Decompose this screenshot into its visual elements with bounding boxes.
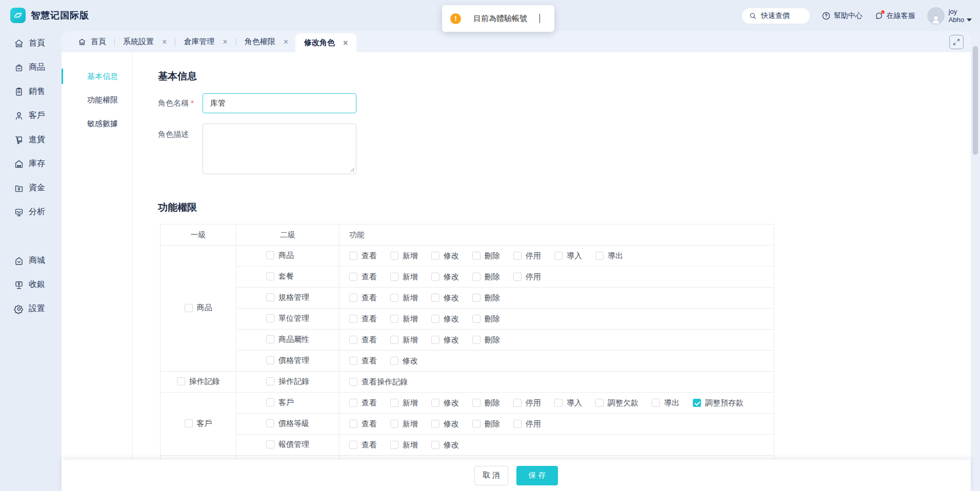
function-checkbox[interactable]: 查看操作記錄: [349, 377, 408, 387]
tab-warehouse[interactable]: 倉庫管理×: [176, 31, 234, 52]
sidebar-item-sales[interactable]: 銷售: [0, 79, 62, 104]
function-checkbox[interactable]: 調整欠款: [595, 398, 638, 408]
function-checkbox[interactable]: 新增: [390, 440, 418, 450]
function-checkbox[interactable]: 查看: [349, 314, 377, 324]
level2-checkbox[interactable]: 商品: [266, 251, 294, 260]
role-desc-textarea[interactable]: [203, 124, 356, 174]
scrollbar[interactable]: [971, 31, 980, 491]
level2-checkbox[interactable]: 套餐: [266, 272, 294, 281]
checkbox-label: 停用: [526, 251, 541, 261]
level1-checkbox[interactable]: 客戶: [185, 419, 212, 428]
function-checkbox[interactable]: 查看: [349, 419, 377, 429]
function-checkbox[interactable]: 停用: [513, 419, 541, 429]
side-nav-function-permissions[interactable]: 功能權限: [62, 88, 132, 112]
function-checkbox[interactable]: 新增: [390, 419, 418, 429]
tab-close-icon[interactable]: ×: [223, 38, 227, 46]
function-checkbox[interactable]: 刪除: [472, 314, 500, 324]
sidebar-item-goods[interactable]: 商品: [0, 55, 62, 79]
function-checkbox[interactable]: 查看: [349, 356, 377, 366]
function-checkbox[interactable]: 修改: [390, 356, 418, 366]
level2-checkbox[interactable]: 操作記錄: [266, 377, 309, 386]
function-checkbox[interactable]: 查看: [349, 398, 377, 408]
tab-label: 修改角色: [304, 38, 335, 48]
function-checkbox[interactable]: 新增: [390, 272, 418, 282]
function-checkbox[interactable]: 修改: [431, 335, 459, 345]
function-checkbox[interactable]: 修改: [431, 272, 459, 282]
function-checkbox[interactable]: 導入: [554, 398, 582, 408]
sidebar-item-inventory[interactable]: 庫存: [0, 152, 62, 176]
function-checkbox[interactable]: 新增: [390, 335, 418, 345]
edit-role-page: 基本信息 功能權限 敏感數據 基本信息 角色名稱* 角色描述: [62, 52, 971, 491]
function-checkbox[interactable]: 新增: [390, 293, 418, 303]
function-checkbox[interactable]: 刪除: [472, 293, 500, 303]
sidebar-item-purchase[interactable]: 進貨: [0, 128, 62, 152]
function-checkbox[interactable]: 停用: [513, 272, 541, 282]
level2-checkbox[interactable]: 單位管理: [266, 314, 309, 323]
function-checkbox[interactable]: 導入: [554, 251, 582, 261]
function-checkbox[interactable]: 導出: [652, 398, 679, 408]
tab-close-icon[interactable]: ×: [343, 39, 348, 47]
function-checkbox[interactable]: 修改: [431, 293, 459, 303]
function-checkbox[interactable]: 刪除: [472, 335, 500, 345]
level1-checkbox[interactable]: 操作記錄: [177, 377, 220, 386]
function-checkbox[interactable]: 刪除: [472, 398, 500, 408]
function-checkbox[interactable]: 調整預存款: [693, 398, 744, 408]
function-checkbox[interactable]: 刪除: [472, 419, 500, 429]
function-checkbox[interactable]: 停用: [513, 398, 541, 408]
level2-checkbox[interactable]: 報價管理: [266, 440, 309, 449]
function-checkbox[interactable]: 刪除: [472, 251, 500, 261]
online-service-button[interactable]: 在線客服: [874, 11, 915, 21]
function-checkbox[interactable]: 修改: [431, 251, 459, 261]
section-basic-title: 基本信息: [158, 71, 971, 82]
function-checkbox[interactable]: 查看: [349, 335, 377, 345]
tab-edit-role[interactable]: 修改角色×: [295, 33, 356, 52]
function-checkbox[interactable]: 新增: [390, 251, 418, 261]
level1-checkbox[interactable]: 商品: [185, 303, 212, 313]
functions-cell: 查看修改: [339, 351, 774, 372]
function-checkbox[interactable]: 停用: [513, 251, 541, 261]
function-checkbox[interactable]: 刪除: [472, 272, 500, 282]
level2-checkbox[interactable]: 客戶: [266, 398, 294, 407]
checkbox-label: 新增: [403, 272, 418, 282]
tab-close-icon[interactable]: ×: [162, 38, 167, 46]
sidebar-item-analysis[interactable]: 分析: [0, 200, 62, 224]
function-checkbox[interactable]: 導出: [595, 251, 623, 261]
function-checkbox[interactable]: 修改: [431, 419, 459, 429]
tab-home[interactable]: 首頁: [71, 31, 113, 52]
function-checkbox[interactable]: 查看: [349, 440, 377, 450]
sidebar-item-cashier[interactable]: 收銀: [0, 273, 62, 297]
function-checkbox[interactable]: 修改: [431, 440, 459, 450]
save-button[interactable]: 保 存: [516, 466, 558, 485]
function-checkbox[interactable]: 查看: [349, 272, 377, 282]
cancel-button[interactable]: 取 消: [474, 466, 508, 485]
function-checkbox[interactable]: 查看: [349, 251, 377, 261]
level2-checkbox[interactable]: 規格管理: [266, 293, 309, 302]
col-header-level2: 二級: [236, 224, 339, 246]
sidebar-item-home[interactable]: 首頁: [0, 31, 62, 55]
scrollbar-thumb[interactable]: [973, 46, 978, 155]
tab-system-settings[interactable]: 系統設置×: [116, 31, 174, 52]
role-name-input[interactable]: [203, 93, 356, 113]
level2-checkbox[interactable]: 價格等級: [266, 419, 309, 428]
function-checkbox[interactable]: 新增: [390, 314, 418, 324]
quick-search-button[interactable]: 快速查價: [742, 8, 810, 24]
help-center-button[interactable]: 幫助中心: [822, 11, 863, 21]
sidebar-item-customer[interactable]: 客戶: [0, 104, 62, 128]
function-checkbox[interactable]: 修改: [431, 314, 459, 324]
side-nav-sensitive-data[interactable]: 敏感數據: [62, 112, 132, 135]
level2-checkbox[interactable]: 價格管理: [266, 356, 309, 365]
sidebar-item-settings[interactable]: 設置: [0, 297, 62, 321]
tab-close-icon[interactable]: ×: [284, 38, 288, 46]
sidebar-item-mall[interactable]: 商城: [0, 249, 62, 273]
side-nav-basic-info[interactable]: 基本信息: [62, 65, 132, 88]
user-menu[interactable]: joy Abho: [927, 7, 972, 25]
function-checkbox[interactable]: 修改: [431, 398, 459, 408]
function-checkbox[interactable]: 新增: [390, 398, 418, 408]
checkbox-label: 停用: [526, 272, 541, 282]
tab-role-permission[interactable]: 角色權限×: [237, 31, 295, 52]
help-center-label: 幫助中心: [834, 11, 863, 21]
function-checkbox[interactable]: 查看: [349, 293, 377, 303]
level2-checkbox[interactable]: 商品屬性: [266, 335, 309, 344]
sidebar-item-funds[interactable]: 資金: [0, 176, 62, 200]
fullscreen-button[interactable]: [949, 35, 964, 49]
